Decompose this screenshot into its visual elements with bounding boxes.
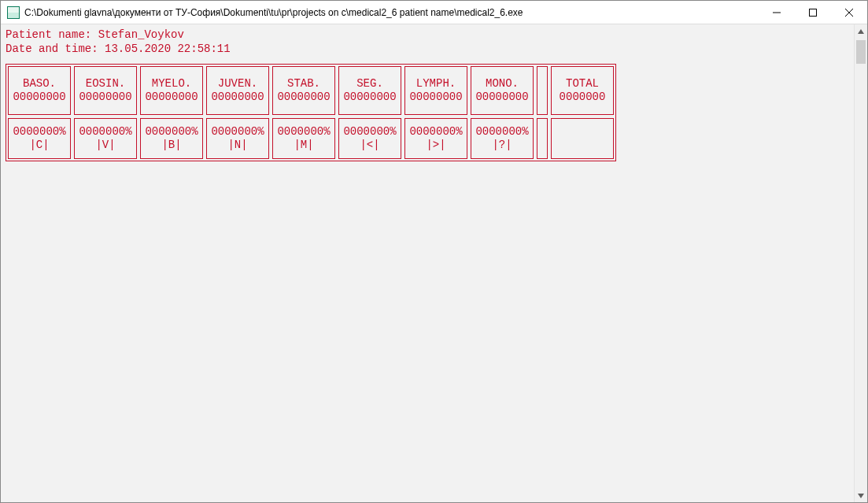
cell-lymph: LYMPH.00000000: [404, 66, 467, 115]
datetime-value: 13.05.2020 22:58:11: [105, 43, 231, 55]
cell-label: STAB.: [287, 77, 320, 91]
cell-percent: 0000000%: [343, 125, 396, 139]
cell-seg: SEG.00000000: [338, 66, 401, 115]
keycell-seg: 0000000%|<|: [338, 118, 401, 159]
window-title: C:\Dokumenti glavna\документи от ТУ-Софи…: [24, 7, 759, 18]
keycell-mono: 0000000%|?|: [471, 118, 534, 159]
cell-count: 00000000: [79, 91, 131, 105]
patient-name-value: Stefan_Voykov: [98, 28, 184, 41]
cell-baso: BASO.00000000: [8, 66, 71, 115]
cell-label: EOSIN.: [86, 77, 125, 91]
cell-key: |M|: [294, 139, 313, 153]
close-button[interactable]: [831, 1, 867, 24]
svg-rect-1: [810, 9, 817, 16]
spacer-cell: [537, 118, 548, 159]
total-label: TOTAL: [566, 77, 599, 91]
cell-eosin: EOSIN.00000000: [74, 66, 137, 115]
cell-key: |?|: [492, 139, 512, 153]
cell-juven: JUVEN.00000000: [206, 66, 269, 115]
cell-label: MYELO.: [152, 77, 191, 91]
patient-label: Patient name:: [6, 28, 98, 41]
cell-count: 00000000: [13, 91, 65, 105]
svg-marker-4: [858, 29, 864, 34]
cell-myelo: MYELO.00000000: [140, 66, 203, 115]
cell-total: TOTAL0000000: [551, 66, 614, 115]
svg-marker-5: [858, 494, 864, 498]
window-buttons: [759, 1, 867, 24]
scroll-down-arrow[interactable]: [855, 489, 867, 502]
cell-count: 00000000: [475, 91, 528, 105]
cell-percent: 0000000%: [475, 125, 528, 139]
cell-percent: 0000000%: [13, 125, 65, 139]
cell-count: 00000000: [409, 91, 462, 105]
keycell-juven: 0000000%|N|: [206, 118, 269, 159]
datetime-label: Date and time:: [6, 43, 105, 55]
table-row-header: BASO.00000000EOSIN.00000000MYELO.0000000…: [6, 65, 615, 117]
table-row-keys: 0000000%|C|0000000%|V|0000000%|B|0000000…: [6, 117, 615, 161]
keycell-lymph: 0000000%|>|: [404, 118, 467, 159]
cell-label: MONO.: [486, 77, 519, 91]
datetime-line: Date and time: 13.05.2020 22:58:11: [6, 42, 849, 56]
console-output: Patient name: Stefan_Voykov Date and tim…: [1, 24, 854, 502]
cell-key: |V|: [95, 139, 115, 153]
scroll-thumb[interactable]: [856, 40, 866, 64]
cell-key: |C|: [29, 139, 49, 153]
cell-key: |B|: [161, 139, 181, 153]
cell-count: 00000000: [211, 91, 264, 105]
keycell-stab: 0000000%|M|: [272, 118, 335, 159]
cell-label: JUVEN.: [218, 77, 257, 91]
cell-mono: MONO.00000000: [471, 66, 534, 115]
cell-key: |>|: [426, 139, 445, 153]
cell-percent: 0000000%: [211, 125, 264, 139]
cell-count: 00000000: [277, 91, 330, 105]
cell-total-empty: [551, 118, 614, 159]
scroll-up-arrow[interactable]: [855, 24, 867, 38]
cell-key: |<|: [360, 139, 379, 153]
data-table: BASO.00000000EOSIN.00000000MYELO.0000000…: [6, 64, 616, 161]
cell-stab: STAB.00000000: [272, 66, 335, 115]
cell-label: BASO.: [23, 77, 56, 91]
client-area: Patient name: Stefan_Voykov Date and tim…: [1, 24, 867, 502]
total-count: 0000000: [560, 91, 606, 105]
keycell-eosin: 0000000%|V|: [74, 118, 137, 159]
cell-count: 00000000: [343, 91, 396, 105]
keycell-baso: 0000000%|C|: [8, 118, 71, 159]
cell-percent: 0000000%: [79, 125, 131, 139]
minimize-button[interactable]: [759, 1, 795, 24]
cell-label: SEG.: [356, 77, 383, 91]
cell-percent: 0000000%: [409, 125, 462, 139]
spacer-cell: [537, 66, 548, 115]
cell-percent: 0000000%: [277, 125, 330, 139]
patient-line: Patient name: Stefan_Voykov: [6, 28, 849, 42]
vertical-scrollbar[interactable]: [854, 24, 867, 502]
keycell-myelo: 0000000%|B|: [140, 118, 203, 159]
cell-percent: 0000000%: [145, 125, 198, 139]
cell-key: |N|: [227, 139, 247, 153]
maximize-button[interactable]: [795, 1, 831, 24]
cell-label: LYMPH.: [416, 77, 456, 91]
cell-count: 00000000: [145, 91, 198, 105]
app-icon: [7, 6, 20, 19]
titlebar[interactable]: C:\Dokumenti glavna\документи от ТУ-Софи…: [1, 1, 867, 24]
